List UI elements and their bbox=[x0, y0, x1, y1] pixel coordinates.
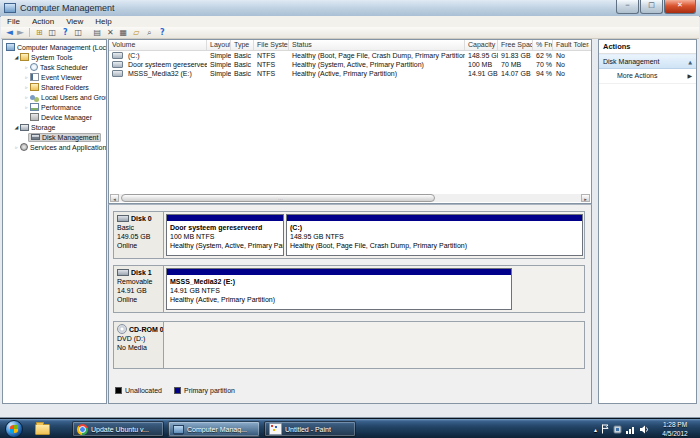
tray-expand-icon[interactable]: ▴ bbox=[594, 426, 597, 433]
tree-item-storage[interactable]: ◢ Storage bbox=[3, 122, 106, 132]
taskbar: Update Ubuntu v... Computer Manag... Unt… bbox=[0, 418, 700, 438]
disk-0-partitions: Door systeem gereserveerd 100 MB NTFS He… bbox=[164, 212, 584, 258]
expander-open-icon[interactable]: ◢ bbox=[13, 52, 20, 62]
tree-item-device-manager[interactable]: Device Manager bbox=[3, 112, 106, 122]
tree-item-system-tools[interactable]: ◢ System Tools bbox=[3, 52, 106, 62]
col-free-space[interactable]: Free Space bbox=[498, 40, 533, 50]
scroll-left-icon[interactable]: ◂ bbox=[110, 194, 119, 202]
partition-system-reserved[interactable]: Door systeem gereserveerd 100 MB NTFS He… bbox=[166, 214, 284, 256]
col-status[interactable]: Status bbox=[289, 40, 465, 50]
col-layout[interactable]: Layout bbox=[207, 40, 231, 50]
back-icon[interactable]: ◄ bbox=[4, 27, 15, 38]
volume-row-system-reserved[interactable]: Door systeem gereserveerd Simple Basic N… bbox=[109, 60, 591, 69]
show-console-tree-icon[interactable]: ⊞ bbox=[33, 27, 46, 38]
taskbar-button-computer-management[interactable]: Computer Manag... bbox=[168, 421, 260, 437]
computer-management-icon bbox=[173, 425, 184, 434]
help-topics-icon[interactable]: ? bbox=[59, 27, 72, 38]
tree-item-computer-management[interactable]: Computer Management (Local bbox=[3, 42, 106, 52]
menu-help[interactable]: Help bbox=[89, 16, 117, 27]
maximize-button[interactable]: □ bbox=[640, 0, 663, 14]
system-tray: ▴ bbox=[594, 419, 650, 438]
speaker-icon[interactable] bbox=[640, 425, 650, 434]
partition-c[interactable]: (C:) 148.95 GB NTFS Healthy (Boot, Page … bbox=[286, 214, 583, 256]
cdrom-0-media-area bbox=[164, 322, 584, 368]
find-icon[interactable]: ⌕ bbox=[143, 27, 156, 38]
toolbar: ◄ ► ⊞ ◫ ? ◫ ▤ ✕ ▦ ▱ ⌕ ? bbox=[1, 27, 699, 39]
new-window-icon[interactable]: ◫ bbox=[72, 27, 85, 38]
primary-partition-strip bbox=[287, 215, 582, 222]
collapse-icon[interactable]: ▲ bbox=[688, 56, 692, 68]
expander-closed-icon[interactable]: ▹ bbox=[13, 142, 20, 152]
disk-icon bbox=[117, 215, 129, 222]
computer-icon bbox=[6, 43, 15, 51]
disk-1-label[interactable]: Disk 1 Removable 14.91 GB Online bbox=[114, 266, 164, 312]
expander-closed-icon[interactable]: ▹ bbox=[23, 82, 30, 92]
tray-device-icon[interactable] bbox=[613, 425, 622, 434]
horizontal-scrollbar[interactable]: ◂ ⋯ ▸ bbox=[110, 194, 590, 202]
disk-management-icon bbox=[31, 134, 40, 140]
volume-drive-icon bbox=[112, 70, 123, 77]
delete-icon[interactable]: ✕ bbox=[104, 27, 117, 38]
cdrom-0-label[interactable]: CD-ROM 0 DVD (D:) No Media bbox=[114, 322, 164, 368]
action-center-flag-icon[interactable] bbox=[601, 424, 609, 434]
export-list-icon[interactable]: ▤ bbox=[91, 27, 104, 38]
scrollbar-thumb[interactable]: ⋯ bbox=[121, 194, 435, 202]
expander-closed-icon[interactable]: ▹ bbox=[23, 102, 30, 112]
explorer-taskbar-button[interactable] bbox=[30, 421, 54, 437]
tree-item-disk-management[interactable]: Disk Management bbox=[3, 132, 106, 142]
minimize-button[interactable]: ‒ bbox=[616, 0, 639, 14]
taskbar-button-paint[interactable]: Untitled - Paint bbox=[264, 421, 356, 437]
tree-item-local-users-groups[interactable]: ▹ Local Users and Groups bbox=[3, 92, 106, 102]
col-type[interactable]: Type bbox=[231, 40, 254, 50]
start-button[interactable] bbox=[5, 420, 23, 438]
taskbar-clock[interactable]: 1:28 PM 4/5/2012 bbox=[652, 420, 698, 438]
disk-1-partitions: MSSS_Media32 (E:) 14.91 GB NTFS Healthy … bbox=[164, 266, 584, 312]
scrollbar-track[interactable]: ⋯ bbox=[119, 194, 581, 202]
cdrom-0-row: CD-ROM 0 DVD (D:) No Media bbox=[113, 321, 585, 369]
actions-disk-management-group[interactable]: Disk Management ▲ bbox=[599, 54, 696, 69]
volume-drive-icon bbox=[112, 61, 123, 68]
network-icon[interactable] bbox=[626, 425, 636, 434]
scroll-right-icon[interactable]: ▸ bbox=[581, 194, 590, 202]
title-bar[interactable]: Computer Management bbox=[0, 0, 700, 17]
cd-rom-icon bbox=[117, 324, 127, 334]
primary-partition-swatch-icon bbox=[174, 387, 181, 394]
menu-view[interactable]: View bbox=[60, 16, 89, 27]
tree-item-performance[interactable]: ▹ Performance bbox=[3, 102, 106, 112]
col-volume[interactable]: Volume bbox=[109, 40, 207, 50]
expander-closed-icon[interactable]: ▹ bbox=[23, 92, 30, 102]
expander-closed-icon[interactable]: ▹ bbox=[23, 62, 30, 72]
clock-time: 1:28 PM bbox=[652, 420, 698, 429]
col-pct-free[interactable]: % Free bbox=[533, 40, 553, 50]
expander-closed-icon[interactable]: ▹ bbox=[23, 72, 30, 82]
disk-0-label[interactable]: Disk 0 Basic 149.05 GB Online bbox=[114, 212, 164, 258]
taskbar-button-chrome[interactable]: Update Ubuntu v... bbox=[72, 421, 164, 437]
volume-list-pane: Volume Layout Type File System Status Ca… bbox=[108, 39, 592, 204]
tree-item-services-applications[interactable]: ▹ Services and Applications bbox=[3, 142, 106, 152]
volume-row-c[interactable]: (C:) Simple Basic NTFS Healthy (Boot, Pa… bbox=[109, 51, 591, 60]
tree-item-task-scheduler[interactable]: ▹ Task Scheduler bbox=[3, 62, 106, 72]
console-tree-pane: Computer Management (Local ◢ System Tool… bbox=[2, 39, 107, 404]
properties-icon[interactable]: ▦ bbox=[117, 27, 130, 38]
col-capacity[interactable]: Capacity bbox=[465, 40, 498, 50]
tree-item-shared-folders[interactable]: ▹ Shared Folders bbox=[3, 82, 106, 92]
paint-icon bbox=[269, 423, 282, 435]
tree-item-event-viewer[interactable]: ▹ Event Viewer bbox=[3, 72, 106, 82]
close-button[interactable]: ✕ bbox=[664, 0, 696, 14]
more-actions-item[interactable]: More Actions ▶ bbox=[599, 69, 696, 84]
partition-msss-media32[interactable]: MSSS_Media32 (E:) 14.91 GB NTFS Healthy … bbox=[166, 268, 512, 310]
col-fault-tolerance[interactable]: Fault Toleran bbox=[553, 40, 589, 50]
forward-icon[interactable]: ► bbox=[15, 27, 26, 38]
expander-open-icon[interactable]: ◢ bbox=[13, 122, 20, 132]
menu-file[interactable]: File bbox=[1, 16, 26, 27]
open-icon[interactable]: ▱ bbox=[130, 27, 143, 38]
col-file-system[interactable]: File System bbox=[254, 40, 289, 50]
show-action-pane-icon[interactable]: ◫ bbox=[46, 27, 59, 38]
menu-action[interactable]: Action bbox=[26, 16, 60, 27]
submenu-arrow-icon: ▶ bbox=[687, 69, 692, 83]
computer-management-window: Computer Management ‒ □ ✕ File Action Vi… bbox=[0, 0, 700, 418]
event-viewer-icon bbox=[30, 73, 39, 81]
volume-row-msss-media32[interactable]: MSSS_Media32 (E:) Simple Basic NTFS Heal… bbox=[109, 69, 591, 78]
help-icon[interactable]: ? bbox=[156, 27, 169, 38]
disk-icon bbox=[117, 269, 129, 276]
